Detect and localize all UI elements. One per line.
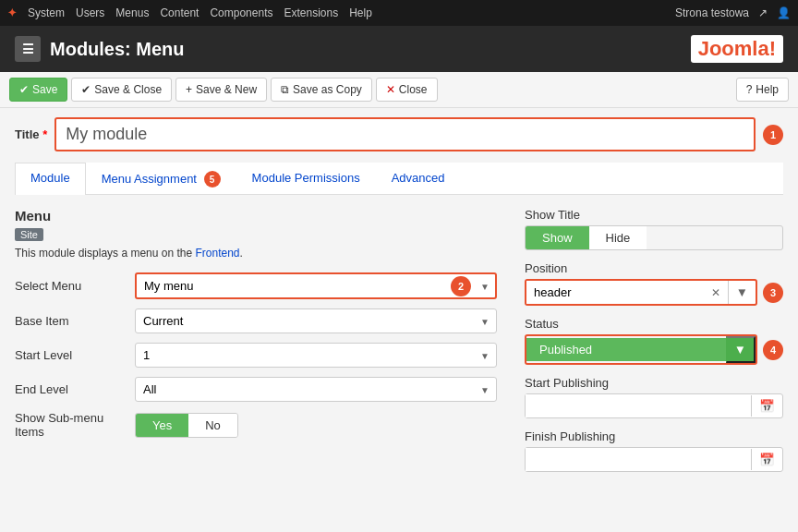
position-clear-button[interactable]: ✕ (704, 282, 728, 304)
status-badge: 4 (763, 340, 783, 360)
tab-menu-assignment[interactable]: Menu Assignment 5 (86, 163, 236, 195)
status-wrap: Published ▼ (525, 334, 757, 365)
finish-publishing-input[interactable] (526, 448, 751, 471)
module-icon: ☰ (15, 36, 41, 62)
start-publishing-wrap: 📅 (525, 393, 783, 418)
tab-module[interactable]: Module (15, 163, 86, 195)
question-icon: ? (746, 83, 753, 96)
base-item-dropdown[interactable]: Current (135, 308, 497, 333)
base-item-row: Base Item Current ▼ (15, 308, 497, 333)
title-form-group: Title * 1 (15, 117, 783, 151)
finish-publishing-calendar-button[interactable]: 📅 (751, 449, 782, 470)
nav-help[interactable]: Help (349, 6, 372, 19)
external-link-icon: ↗ (758, 6, 768, 19)
status-section: Status Published ▼ 4 (525, 317, 783, 365)
show-button[interactable]: Show (526, 226, 589, 249)
start-publishing-calendar-button[interactable]: 📅 (751, 395, 782, 417)
title-input[interactable] (54, 117, 756, 151)
save-button[interactable]: ✔ Save (9, 78, 67, 102)
status-dropdown-button[interactable]: ▼ (726, 336, 756, 363)
page-header: ☰ Modules: Menu Joomla! (0, 26, 798, 72)
position-dropdown-button[interactable]: ▼ (728, 281, 756, 304)
submenu-row: Show Sub-menu Items Yes No (15, 411, 497, 439)
section-title: Menu (15, 208, 497, 224)
end-level-label: End Level (15, 382, 135, 396)
position-badge: 3 (763, 283, 783, 303)
show-title-toggle: Show Hide (525, 225, 783, 250)
frontend-link[interactable]: Frontend (195, 247, 239, 260)
page-title: Modules: Menu (50, 39, 185, 60)
select-menu-wrap: My menu ▼ 2 (135, 272, 497, 299)
position-label: Position (525, 261, 783, 275)
title-label: Title * (15, 127, 47, 141)
menu-assignment-badge: 5 (204, 171, 221, 187)
base-item-label: Base Item (15, 314, 135, 328)
end-level-dropdown[interactable]: All (135, 377, 497, 402)
start-publishing-label: Start Publishing (525, 376, 783, 390)
show-title-section: Show Title Show Hide (525, 208, 783, 250)
end-level-wrap: All ▼ (135, 377, 497, 402)
nav-content[interactable]: Content (160, 6, 199, 19)
nav-extensions[interactable]: Extensions (284, 6, 338, 19)
submenu-label: Show Sub-menu Items (15, 411, 135, 439)
finish-publishing-section: Finish Publishing 📅 (525, 429, 783, 472)
start-publishing-section: Start Publishing 📅 (525, 376, 783, 418)
required-asterisk: * (42, 127, 47, 141)
save-icon: ✔ (19, 83, 29, 96)
content-area: Title * 1 Module Menu Assignment 5 Modul… (0, 108, 798, 492)
plus-icon: + (186, 83, 192, 96)
admin-bar: ✦ System Users Menus Content Components … (0, 0, 798, 26)
main-layout: Menu Site This module displays a menu on… (15, 208, 783, 483)
nav-users[interactable]: Users (76, 6, 104, 19)
tab-module-permissions[interactable]: Module Permissions (236, 163, 376, 195)
close-button[interactable]: ✕ Close (376, 78, 438, 102)
end-level-row: End Level All ▼ (15, 377, 497, 402)
description-text: This module displays a menu on the Front… (15, 247, 497, 260)
toolbar: ✔ Save ✔ Save & Close + Save & New ⧉ Sav… (0, 72, 798, 108)
submenu-no-button[interactable]: No (188, 414, 237, 437)
tab-advanced[interactable]: Advanced (376, 163, 461, 195)
hide-button[interactable]: Hide (589, 226, 647, 249)
nav-menus[interactable]: Menus (115, 6, 149, 19)
save-copy-button[interactable]: ⧉ Save as Copy (271, 78, 372, 102)
finish-publishing-wrap: 📅 (525, 447, 783, 472)
title-area: ☰ Modules: Menu (15, 36, 185, 62)
status-published-text: Published (526, 338, 726, 361)
start-level-dropdown[interactable]: 1 (135, 343, 497, 368)
submenu-toggle: Yes No (135, 413, 238, 438)
base-item-wrap: Current ▼ (135, 308, 497, 333)
help-button[interactable]: ? Help (736, 78, 789, 102)
left-column: Menu Site This module displays a menu on… (15, 208, 497, 483)
position-input[interactable] (526, 281, 704, 304)
save-close-button[interactable]: ✔ Save & Close (71, 78, 172, 102)
select-menu-dropdown[interactable]: My menu (135, 272, 497, 299)
finish-publishing-label: Finish Publishing (525, 429, 783, 443)
title-badge: 1 (763, 125, 783, 145)
start-level-label: Start Level (15, 348, 135, 362)
right-column: Show Title Show Hide Position ✕ ▼ 3 (525, 208, 783, 483)
joomla-logo-small[interactable]: ✦ (7, 6, 17, 19)
start-publishing-input[interactable] (526, 394, 751, 417)
show-title-label: Show Title (525, 208, 783, 222)
tabs-container: Module Menu Assignment 5 Module Permissi… (15, 163, 783, 195)
start-level-row: Start Level 1 ▼ (15, 343, 497, 368)
save-new-button[interactable]: + Save & New (175, 78, 267, 102)
status-label: Status (525, 317, 783, 331)
nav-components[interactable]: Components (210, 6, 272, 19)
joomla-logo: Joomla! (691, 35, 783, 63)
select-menu-label: Select Menu (15, 279, 135, 293)
site-badge: Site (15, 228, 43, 241)
nav-system[interactable]: System (28, 6, 65, 19)
site-name[interactable]: Strona testowa (675, 6, 749, 19)
position-wrap: ✕ ▼ (525, 279, 757, 306)
position-section: Position ✕ ▼ 3 (525, 261, 783, 306)
submenu-yes-button[interactable]: Yes (136, 414, 188, 437)
user-icon[interactable]: 👤 (777, 6, 791, 19)
copy-icon: ⧉ (281, 83, 289, 96)
close-icon: ✕ (386, 83, 395, 96)
select-menu-badge: 2 (451, 276, 471, 296)
select-menu-row: Select Menu My menu ▼ 2 (15, 272, 497, 299)
checkmark-icon: ✔ (81, 83, 91, 96)
start-level-wrap: 1 ▼ (135, 343, 497, 368)
